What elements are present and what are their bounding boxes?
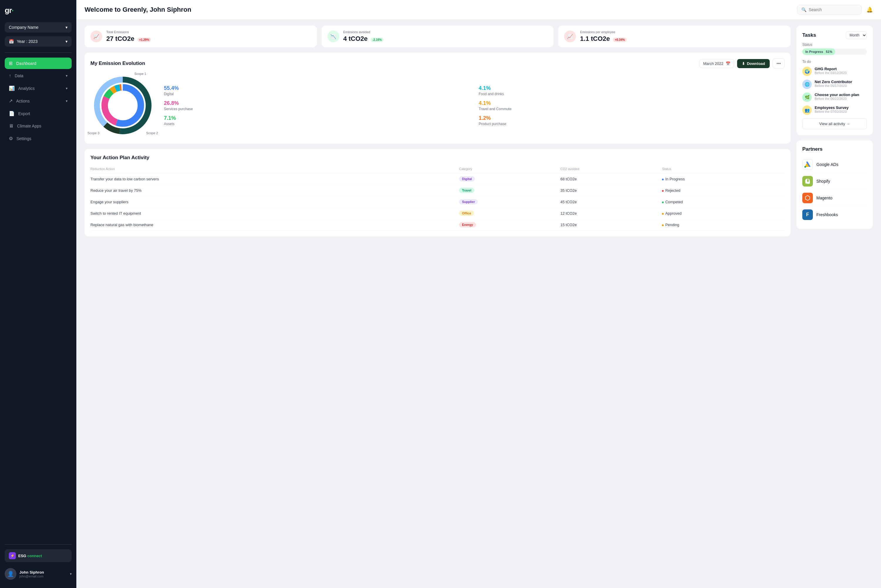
legend-label-travel: Travel and Commute bbox=[479, 107, 785, 111]
action-cell: Replace natural gas with biomethane bbox=[90, 219, 459, 231]
task-icon-ghg: 🌍 bbox=[802, 67, 812, 76]
sidebar-item-actions[interactable]: ↗ Actions ▾ bbox=[5, 95, 72, 106]
table-row: Replace natural gas with biomethane Ener… bbox=[90, 219, 785, 231]
sidebar-item-actions-label: Actions bbox=[16, 99, 30, 104]
legend-item-services: 26.8% Services purchase bbox=[164, 100, 470, 111]
content-left: 📈 Total Emissions 27 tCO2e +1.29% 📉 Emis… bbox=[85, 26, 791, 582]
task-item-survey: 👥 Employees Survey Before the 07/02/2023 bbox=[802, 105, 867, 115]
sidebar-item-settings[interactable]: ⚙ Settings bbox=[5, 133, 72, 144]
legend-label-food: Food and drinks bbox=[479, 92, 785, 96]
sidebar-divider-top bbox=[5, 52, 72, 53]
task-item-ghg: 🌍 GHG Report Before the 03/12/2023 bbox=[802, 67, 867, 76]
legend-pct-food: 4.1% bbox=[479, 85, 785, 92]
partner-name-googleads: Google ADs bbox=[817, 162, 838, 167]
legend-item-product: 1.2% Product purchase bbox=[479, 115, 785, 126]
download-icon: ⬇ bbox=[742, 62, 745, 66]
year-selector[interactable]: 📅 Year : 2023 ▾ bbox=[5, 36, 72, 47]
action-table-header-row: Reduction Action Category CO2 avoided St… bbox=[90, 165, 785, 173]
action-table: Reduction Action Category CO2 avoided St… bbox=[90, 165, 785, 231]
action-plan-card: Your Action Plan Activity Reduction Acti… bbox=[85, 149, 791, 236]
total-emissions-label: Total Emissions bbox=[106, 30, 311, 34]
table-row: Engage your suppliers Supplier 45 tCO2e … bbox=[90, 196, 785, 208]
emissions-avoided-icon: 📉 bbox=[327, 30, 339, 42]
task-due-actionplan: Before the 06/22/2023 bbox=[815, 97, 859, 100]
analytics-chevron-icon: ▾ bbox=[66, 86, 67, 90]
task-icon-netzero: 🌐 bbox=[802, 80, 812, 89]
logo-dot: ● bbox=[12, 9, 13, 12]
emission-title: My Emission Evolution bbox=[90, 60, 145, 66]
task-due-survey: Before the 07/02/2023 bbox=[815, 110, 849, 113]
emission-controls: March 2022 📅 ⬇ Download ••• bbox=[700, 58, 785, 68]
emission-legend: 55.4% Digital 4.1% Food and drinks 26.8%… bbox=[164, 85, 785, 126]
sidebar-item-dashboard[interactable]: ⊞ Dashboard bbox=[5, 58, 72, 69]
date-value: March 2022 bbox=[703, 62, 724, 66]
table-row: Switch to rented IT equipment Office 12 … bbox=[90, 208, 785, 219]
search-input[interactable] bbox=[809, 8, 857, 12]
col-reduction-action: Reduction Action bbox=[90, 165, 459, 173]
status-cell: Competed bbox=[662, 196, 785, 208]
legend-label-assets: Assets bbox=[164, 122, 470, 126]
category-badge: Supplier bbox=[459, 199, 478, 204]
partner-name-freshbooks: Freshbooks bbox=[817, 212, 838, 217]
date-picker[interactable]: March 2022 📅 bbox=[700, 59, 734, 68]
total-emissions-value: 27 tCO2e bbox=[106, 35, 134, 42]
action-cell: Transfer your data to low carbon servers bbox=[90, 173, 459, 185]
header: Welcome to Greenly, John Siphron 🔍 🔔 bbox=[76, 0, 881, 20]
partner-name-shopify: Shopify bbox=[817, 179, 830, 184]
sidebar-item-data[interactable]: ↑ Data ▾ bbox=[5, 70, 72, 81]
col-status: Status bbox=[662, 165, 785, 173]
notification-bell-icon[interactable]: 🔔 bbox=[866, 6, 873, 13]
sidebar-nav: ⊞ Dashboard ↑ Data ▾ 📊 Analytics ▾ ↗ Act… bbox=[5, 58, 72, 146]
tasks-header: Tasks Month Week Year bbox=[802, 32, 867, 39]
view-all-button[interactable]: View all activity → bbox=[802, 118, 867, 129]
task-name-actionplan: Choose your action plan bbox=[815, 93, 859, 97]
svg-point-9 bbox=[111, 94, 134, 117]
tasks-card: Tasks Month Week Year Status In Progress… bbox=[796, 26, 873, 135]
action-table-body: Transfer your data to low carbon servers… bbox=[90, 173, 785, 231]
company-selector[interactable]: Company Name ▾ bbox=[5, 22, 72, 33]
data-chevron-icon: ▾ bbox=[66, 74, 67, 78]
category-badge: Energy bbox=[459, 222, 476, 227]
table-row: Reduce your air travel by 75% Travel 35 … bbox=[90, 185, 785, 196]
category-cell: Office bbox=[459, 208, 560, 219]
esg-connect-button[interactable]: ⚡ ESG connect bbox=[5, 549, 72, 562]
month-select[interactable]: Month Week Year bbox=[846, 32, 867, 39]
main-area: Welcome to Greenly, John Siphron 🔍 🔔 📈 T… bbox=[76, 0, 881, 588]
sidebar-item-analytics-label: Analytics bbox=[18, 86, 34, 91]
sidebar-item-export[interactable]: 📄 Export bbox=[5, 108, 72, 119]
magento-logo bbox=[802, 193, 813, 203]
progress-bar-fill: In Progress 51% bbox=[802, 48, 835, 55]
sidebar-item-analytics[interactable]: 📊 Analytics ▾ bbox=[5, 82, 72, 94]
sidebar-item-dashboard-label: Dashboard bbox=[16, 61, 36, 66]
settings-icon: ⚙ bbox=[9, 136, 13, 141]
col-category: Category bbox=[459, 165, 560, 173]
partner-item-magento[interactable]: Magento bbox=[802, 190, 867, 207]
scope2-label: Scope 2 bbox=[146, 131, 158, 135]
partner-item-shopify[interactable]: Shopify bbox=[802, 173, 867, 190]
download-button[interactable]: ⬇ Download bbox=[737, 59, 770, 68]
calendar-icon: 📅 bbox=[9, 39, 14, 44]
search-bar[interactable]: 🔍 bbox=[797, 5, 862, 15]
content-area: 📈 Total Emissions 27 tCO2e +1.29% 📉 Emis… bbox=[76, 20, 881, 588]
scope3-label: Scope 3 bbox=[87, 131, 99, 135]
task-icon-survey: 👥 bbox=[802, 105, 812, 115]
co2-cell: 68 tCO2e bbox=[560, 173, 662, 185]
stat-card-total-emissions: 📈 Total Emissions 27 tCO2e +1.29% bbox=[85, 26, 317, 47]
sidebar-item-climate-apps[interactable]: 🖥 Climate Apps bbox=[5, 120, 72, 132]
legend-item-digital: 55.4% Digital bbox=[164, 85, 470, 96]
partner-item-freshbooks[interactable]: F Freshbooks bbox=[802, 207, 867, 223]
stat-cards: 📈 Total Emissions 27 tCO2e +1.29% 📉 Emis… bbox=[85, 26, 791, 47]
status-cell: Pending bbox=[662, 219, 785, 231]
sidebar-item-data-label: Data bbox=[15, 74, 24, 78]
search-icon: 🔍 bbox=[802, 8, 806, 12]
legend-pct-product: 1.2% bbox=[479, 115, 785, 121]
emission-header: My Emission Evolution March 2022 📅 ⬇ Dow… bbox=[90, 58, 785, 68]
emissions-avoided-label: Emissions avoided bbox=[343, 30, 548, 34]
legend-pct-assets: 7.1% bbox=[164, 115, 470, 121]
action-cell: Reduce your air travel by 75% bbox=[90, 185, 459, 196]
user-profile[interactable]: 👤 John Siphron john@email.com ▾ bbox=[5, 566, 72, 582]
status-label: Status bbox=[802, 43, 867, 47]
more-options-button[interactable]: ••• bbox=[773, 58, 785, 68]
partner-item-googleads[interactable]: Google ADs bbox=[802, 156, 867, 173]
sidebar-item-settings-label: Settings bbox=[16, 136, 31, 141]
